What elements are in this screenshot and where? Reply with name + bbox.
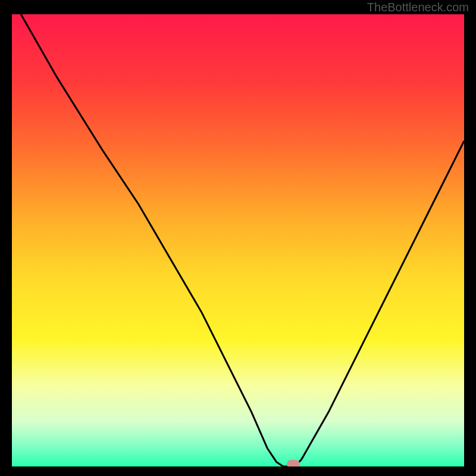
chart-background-gradient bbox=[12, 14, 464, 466]
chart-svg bbox=[12, 14, 464, 466]
chart-plot-area bbox=[12, 14, 464, 466]
optimal-point-marker bbox=[287, 460, 300, 466]
watermark-text: TheBottleneck.com bbox=[367, 1, 469, 14]
